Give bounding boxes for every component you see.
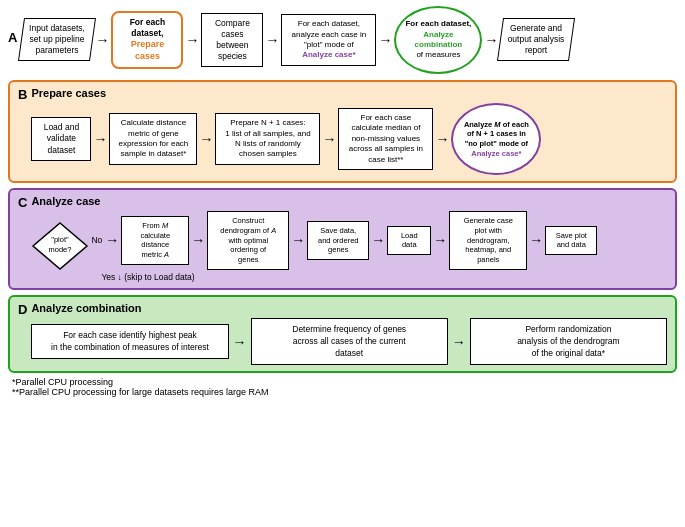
a2-node: For each dataset, Prepare cases xyxy=(111,11,183,68)
a6-node: Generate andoutput analysisreport xyxy=(497,18,575,61)
d1-text: For each case identify highest peakin th… xyxy=(40,330,219,354)
section-a-label: A xyxy=(8,6,17,45)
a2-prepare: Prepare cases xyxy=(119,39,175,62)
b3-text: Prepare N + 1 cases:1 list of all sample… xyxy=(221,118,314,160)
no-label: No xyxy=(91,235,102,245)
a3-text: Comparecasesbetweenspecies xyxy=(206,18,258,62)
b3-node: Prepare N + 1 cases:1 list of all sample… xyxy=(215,113,320,165)
b1-node: Load andvalidatedataset xyxy=(31,117,91,160)
c-diamond: "plot" mode? xyxy=(31,221,89,271)
a6-text: Generate andoutput analysisreport xyxy=(506,23,566,56)
c2-node: Constructdendrogram of Awith optimalorde… xyxy=(207,211,289,270)
a4-text: For each dataset,analyze each case in"pl… xyxy=(286,19,371,61)
section-b: B Prepare cases Load andvalidatedataset … xyxy=(8,80,677,183)
section-d: D Analyze combination For each case iden… xyxy=(8,295,677,374)
a5-text: For each dataset,Analyze combinationof m… xyxy=(401,19,475,61)
c6-text: Save plotand data xyxy=(550,231,592,251)
arrow-c-no: → xyxy=(105,232,119,248)
d2-text: Determine frequency of genesacross all c… xyxy=(260,324,439,360)
c1-text: From Mcalculatedistancemetric A xyxy=(126,221,184,260)
arrow-b1: → xyxy=(93,131,107,147)
section-c-label: C xyxy=(18,195,27,210)
section-b-title: Prepare cases xyxy=(31,87,667,99)
section-d-label: D xyxy=(18,302,27,317)
arrow-d1: → xyxy=(233,334,247,350)
d1-node: For each case identify highest peakin th… xyxy=(31,324,228,360)
footnote-1: *Parallel CPU processing xyxy=(12,377,677,387)
arrow-a5: → xyxy=(484,32,498,48)
yes-label: Yes ↓ (skip to Load data) xyxy=(101,272,194,282)
arrow-a4: → xyxy=(378,32,392,48)
c4-node: Loaddata xyxy=(387,226,431,256)
diamond-shape: "plot" mode? xyxy=(31,221,89,271)
section-c-title: Analyze case xyxy=(31,195,667,207)
b2-node: Calculate distancemetric of geneexpressi… xyxy=(109,113,197,165)
c4-text: Loaddata xyxy=(392,231,426,251)
c1-node: From Mcalculatedistancemetric A xyxy=(121,216,189,265)
d3-node: Perform randomizationanalysis of the den… xyxy=(470,318,667,366)
a2-text: For each dataset, xyxy=(119,17,175,39)
c2-text: Constructdendrogram of Awith optimalorde… xyxy=(212,216,284,265)
arrow-c2: → xyxy=(291,232,305,248)
a1-text: Input datasets, set up pipeline paramete… xyxy=(27,23,87,56)
c5-node: Generate caseplot withdendrogram,heatmap… xyxy=(449,211,527,270)
b1-text: Load andvalidatedataset xyxy=(37,122,85,155)
a4-node: For each dataset,analyze each case in"pl… xyxy=(281,14,376,66)
footnotes: *Parallel CPU processing **Parallel CPU … xyxy=(8,377,677,397)
c3-node: Save data,and orderedgenes xyxy=(307,221,369,260)
arrow-a2: → xyxy=(185,32,199,48)
b2-text: Calculate distancemetric of geneexpressi… xyxy=(115,118,191,160)
a3-node: Comparecasesbetweenspecies xyxy=(201,13,263,67)
svg-text:"plot": "plot" xyxy=(52,235,70,244)
c3-text: Save data,and orderedgenes xyxy=(312,226,364,255)
arrow-c5: → xyxy=(529,232,543,248)
d3-text: Perform randomizationanalysis of the den… xyxy=(479,324,658,360)
a5-node: For each dataset,Analyze combinationof m… xyxy=(394,6,482,74)
section-c: C Analyze case "plot" mode? xyxy=(8,188,677,290)
arrow-c3: → xyxy=(371,232,385,248)
b5-text: Analyze M of eachof N + 1 cases in"no pl… xyxy=(464,120,529,159)
section-b-label: B xyxy=(18,87,27,102)
c5-text: Generate caseplot withdendrogram,heatmap… xyxy=(454,216,522,265)
arrow-d2: → xyxy=(452,334,466,350)
b4-node: For each casecalculate median ofnon-miss… xyxy=(338,108,433,170)
footnote-2: **Parallel CPU processing for large data… xyxy=(12,387,677,397)
b4-text: For each casecalculate median ofnon-miss… xyxy=(344,113,427,165)
arrow-b4: → xyxy=(435,131,449,147)
arrow-c1: → xyxy=(191,232,205,248)
svg-text:mode?: mode? xyxy=(49,245,72,254)
arrow-a3: → xyxy=(265,32,279,48)
a1-node: Input datasets, set up pipeline paramete… xyxy=(18,18,96,61)
c6-node: Save plotand data xyxy=(545,226,597,256)
d2-node: Determine frequency of genesacross all c… xyxy=(251,318,448,366)
arrow-a1: → xyxy=(95,32,109,48)
section-d-title: Analyze combination xyxy=(31,302,667,314)
arrow-b2: → xyxy=(199,131,213,147)
b5-node: Analyze M of eachof N + 1 cases in"no pl… xyxy=(451,103,541,175)
arrow-c4: → xyxy=(433,232,447,248)
arrow-b3: → xyxy=(322,131,336,147)
